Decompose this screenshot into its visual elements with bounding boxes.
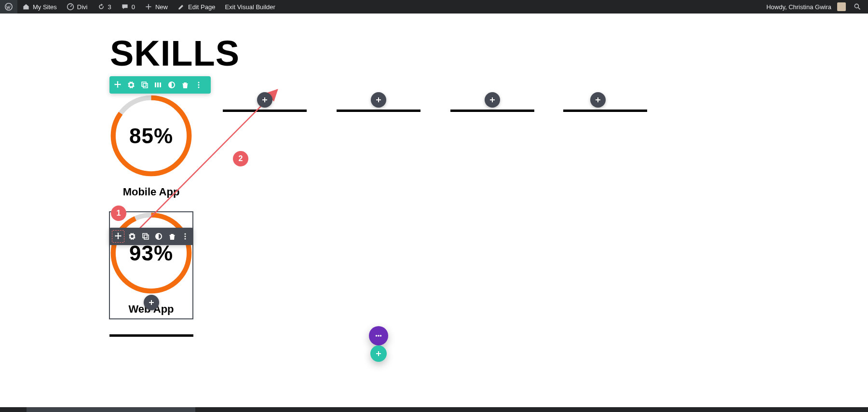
svg-point-17	[185, 233, 186, 235]
svg-point-21	[376, 335, 378, 337]
row-columns-button[interactable]	[153, 80, 163, 90]
add-module-col-2[interactable]	[257, 92, 272, 108]
column-divider-1-bottom	[109, 334, 193, 337]
add-module-col-5[interactable]	[590, 92, 606, 108]
svg-rect-7	[160, 82, 161, 87]
avatar	[837, 2, 846, 11]
annotation-marker-2: 2	[233, 151, 248, 166]
module-toolbar	[109, 228, 193, 245]
mysites-label: My Sites	[33, 3, 57, 11]
marker-1-label: 1	[117, 209, 121, 218]
fab-add[interactable]	[370, 345, 387, 362]
fab-more[interactable]	[369, 326, 388, 345]
wordpress-menu[interactable]	[0, 0, 17, 14]
divi-label: Divi	[77, 3, 88, 11]
svg-rect-5	[155, 82, 156, 87]
wp-admin-bar: My Sites Divi 3 0 New	[0, 0, 868, 14]
dashboard-icon	[67, 3, 74, 11]
svg-point-19	[185, 238, 186, 240]
comments-count: 0	[132, 3, 135, 11]
svg-rect-15	[143, 233, 147, 238]
annotation-marker-1: 1	[111, 206, 126, 221]
bottom-strip	[0, 407, 868, 412]
howdy-label: Howdy, Christina Gwira	[766, 3, 831, 11]
column-divider-3	[337, 110, 420, 112]
admin-left-group: My Sites Divi 3 0 New	[0, 0, 280, 14]
page-title: SKILLS	[110, 33, 240, 74]
svg-rect-3	[142, 82, 146, 86]
admin-right-group: Howdy, Christina Gwira	[761, 0, 868, 14]
home-icon	[22, 3, 30, 11]
module-more-button[interactable]	[180, 231, 191, 242]
svg-point-9	[198, 84, 200, 86]
svg-point-18	[185, 236, 186, 237]
svg-point-22	[378, 335, 380, 337]
add-module-below[interactable]	[144, 295, 159, 310]
new-label: New	[155, 3, 168, 11]
svg-rect-16	[144, 235, 149, 239]
row-duplicate-button[interactable]	[139, 80, 150, 90]
page-area: SKILLS	[0, 14, 868, 412]
module-duplicate-button[interactable]	[140, 231, 151, 242]
module-save-button[interactable]	[154, 231, 164, 242]
marker-2-label: 2	[239, 154, 243, 163]
edit-page-label: Edit Page	[188, 3, 215, 11]
wordpress-icon	[5, 3, 13, 11]
add-module-col-3[interactable]	[371, 92, 386, 108]
row-delete-button[interactable]	[180, 80, 190, 90]
row-toolbar	[109, 76, 211, 94]
column-divider-5	[563, 110, 647, 112]
row-settings-button[interactable]	[126, 80, 136, 90]
column-divider-4	[450, 110, 534, 112]
row-save-button[interactable]	[166, 80, 177, 90]
exit-label: Exit Visual Builder	[225, 3, 275, 11]
new-menu[interactable]: New	[140, 0, 173, 14]
comments-menu[interactable]: 0	[116, 0, 140, 14]
module-settings-button[interactable]	[127, 231, 138, 242]
comment-icon	[121, 3, 129, 11]
svg-point-23	[380, 335, 382, 337]
edit-page-link[interactable]: Edit Page	[173, 0, 220, 14]
updates-count: 3	[108, 3, 111, 11]
row-more-button[interactable]	[193, 80, 204, 90]
module-delete-button[interactable]	[167, 231, 177, 242]
module-move-handle[interactable]	[112, 230, 124, 243]
refresh-icon	[97, 3, 105, 11]
svg-line-20	[133, 90, 277, 235]
updates-menu[interactable]: 3	[93, 0, 116, 14]
plus-icon	[145, 3, 152, 11]
pencil-icon	[177, 3, 185, 11]
howdy-menu[interactable]: Howdy, Christina Gwira	[761, 0, 851, 14]
svg-point-2	[854, 4, 858, 8]
svg-rect-6	[157, 82, 159, 87]
row-move-handle[interactable]	[112, 80, 123, 90]
search-icon	[854, 3, 861, 11]
svg-rect-4	[143, 83, 148, 88]
mysites-menu[interactable]: My Sites	[17, 0, 62, 14]
divi-menu[interactable]: Divi	[62, 0, 93, 14]
exit-visual-builder-link[interactable]: Exit Visual Builder	[220, 0, 280, 14]
search-toggle[interactable]	[851, 0, 864, 14]
add-module-col-4[interactable]	[485, 92, 500, 108]
svg-point-8	[198, 82, 200, 83]
svg-point-10	[198, 87, 200, 88]
